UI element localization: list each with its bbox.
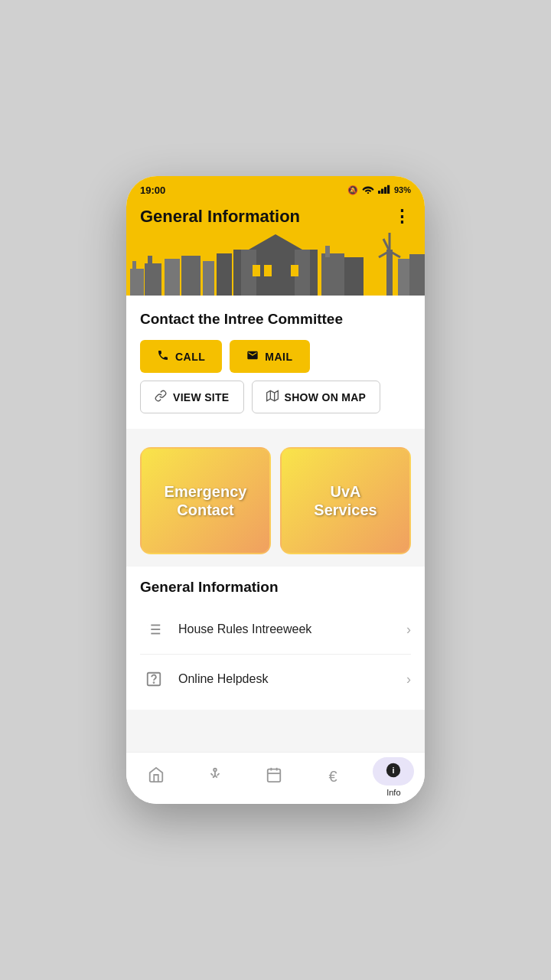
- svg-rect-27: [181, 256, 201, 296]
- svg-point-0: [367, 192, 369, 194]
- home-icon: [148, 766, 165, 788]
- view-site-button[interactable]: VIEW SITE: [140, 381, 244, 413]
- nav-item-finance[interactable]: €: [314, 768, 352, 786]
- mute-icon: 🔕: [347, 185, 358, 195]
- svg-rect-4: [387, 185, 390, 194]
- nav-item-home[interactable]: [137, 766, 175, 788]
- svg-rect-18: [344, 257, 364, 296]
- uva-services-tile[interactable]: UvAServices: [280, 447, 411, 554]
- tiles-section: EmergencyContact UvAServices: [126, 435, 425, 567]
- svg-marker-30: [266, 390, 278, 400]
- svg-rect-25: [409, 254, 425, 296]
- emergency-contact-tile[interactable]: EmergencyContact: [140, 447, 271, 554]
- help-icon: [140, 665, 168, 693]
- phone-icon: [157, 349, 169, 364]
- general-info-section: General Information House Rules Intreewe…: [126, 567, 425, 710]
- svg-rect-26: [165, 259, 180, 296]
- svg-rect-13: [253, 265, 260, 276]
- mail-button[interactable]: MAIL: [230, 340, 309, 373]
- svg-rect-42: [268, 769, 281, 782]
- show-on-map-label: SHOW ON MAP: [285, 391, 367, 403]
- call-button[interactable]: CALL: [140, 340, 222, 373]
- link-icon: [155, 390, 167, 404]
- svg-rect-7: [132, 261, 136, 273]
- contact-section-title: Contact the Intree Committee: [140, 311, 411, 328]
- helpdesk-label: Online Helpdesk: [178, 672, 406, 686]
- status-time: 19:00: [140, 185, 165, 196]
- info-active-bg: i: [373, 757, 414, 786]
- svg-rect-29: [217, 253, 232, 296]
- uva-services-label: UvAServices: [306, 475, 384, 527]
- emergency-contact-label: EmergencyContact: [157, 475, 255, 527]
- general-info-title: General Information: [140, 579, 411, 596]
- nav-item-calendar[interactable]: [255, 766, 293, 788]
- bottom-nav: € i Info: [126, 752, 425, 804]
- activities-icon: [207, 766, 223, 788]
- svg-rect-14: [264, 265, 272, 276]
- battery-icon: 93%: [394, 185, 411, 194]
- svg-rect-6: [130, 269, 144, 296]
- helpdesk-chevron: ›: [406, 671, 411, 688]
- status-icons: 🔕 93%: [347, 185, 411, 195]
- svg-text:i: i: [393, 765, 395, 774]
- phone-frame: 19:00 🔕 93%: [126, 176, 425, 804]
- main-content: Contact the Intree Committee CALL: [126, 296, 425, 752]
- app-header: General Information ⋮: [126, 201, 425, 227]
- house-rules-item[interactable]: House Rules Intreeweek ›: [140, 605, 411, 655]
- info-icon: i: [385, 765, 402, 782]
- house-rules-label: House Rules Intreeweek: [178, 622, 406, 636]
- signal-icon: [378, 185, 390, 195]
- page-title: General Information: [140, 207, 300, 227]
- nav-item-info[interactable]: i Info: [373, 757, 414, 797]
- svg-point-41: [214, 768, 217, 771]
- svg-rect-1: [378, 191, 380, 194]
- more-options-button[interactable]: ⋮: [393, 207, 411, 227]
- info-nav-label: Info: [386, 788, 400, 797]
- skyline-svg: [126, 227, 425, 296]
- svg-rect-28: [203, 261, 214, 296]
- svg-point-40: [154, 682, 155, 683]
- contact-section: Contact the Intree Committee CALL: [126, 296, 425, 429]
- svg-rect-19: [386, 250, 393, 296]
- call-label: CALL: [175, 351, 205, 363]
- svg-rect-15: [291, 265, 298, 276]
- svg-rect-2: [381, 189, 383, 194]
- house-rules-chevron: ›: [406, 622, 411, 638]
- helpdesk-item[interactable]: Online Helpdesk ›: [140, 655, 411, 704]
- wifi-icon: [362, 185, 374, 195]
- contact-buttons-row1: CALL MAIL: [140, 340, 411, 373]
- euro-icon: €: [329, 768, 337, 786]
- svg-rect-9: [148, 256, 152, 265]
- map-icon: [266, 390, 279, 404]
- show-on-map-button[interactable]: SHOW ON MAP: [252, 381, 381, 413]
- status-bar: 19:00 🔕 93%: [126, 176, 425, 201]
- view-site-label: VIEW SITE: [173, 391, 230, 403]
- svg-rect-16: [321, 253, 344, 296]
- mail-label: MAIL: [265, 351, 292, 363]
- mail-icon: [246, 349, 259, 364]
- list-icon: [140, 616, 168, 643]
- svg-rect-17: [325, 246, 330, 257]
- calendar-icon: [266, 766, 282, 788]
- svg-rect-3: [384, 187, 386, 194]
- nav-item-activities[interactable]: [196, 766, 234, 788]
- svg-rect-8: [145, 263, 161, 296]
- contact-buttons-row2: VIEW SITE SHOW ON MAP: [140, 381, 411, 413]
- skyline-banner: [126, 227, 425, 296]
